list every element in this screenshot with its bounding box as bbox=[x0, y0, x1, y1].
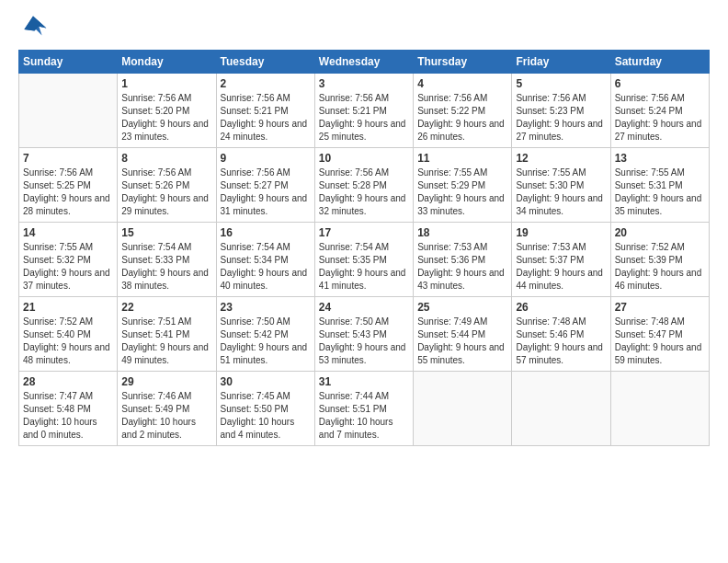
calendar-cell: 1 Sunrise: 7:56 AMSunset: 5:20 PMDayligh… bbox=[118, 74, 216, 148]
calendar-cell: 27 Sunrise: 7:48 AMSunset: 5:47 PMDaylig… bbox=[610, 297, 709, 372]
calendar-cell: 18 Sunrise: 7:53 AMSunset: 5:36 PMDaylig… bbox=[414, 223, 512, 297]
day-number: 14 bbox=[23, 226, 113, 239]
calendar-cell: 10 Sunrise: 7:56 AMSunset: 5:28 PMDaylig… bbox=[314, 148, 413, 223]
day-info: Sunrise: 7:44 AMSunset: 5:51 PMDaylight:… bbox=[319, 391, 393, 440]
day-info: Sunrise: 7:55 AMSunset: 5:30 PMDaylight:… bbox=[516, 167, 603, 216]
day-info: Sunrise: 7:52 AMSunset: 5:39 PMDaylight:… bbox=[615, 242, 702, 291]
calendar-cell: 30 Sunrise: 7:45 AMSunset: 5:50 PMDaylig… bbox=[216, 372, 314, 446]
calendar-cell: 7 Sunrise: 7:56 AMSunset: 5:25 PMDayligh… bbox=[19, 148, 118, 223]
calendar-cell: 22 Sunrise: 7:51 AMSunset: 5:41 PMDaylig… bbox=[118, 297, 216, 372]
day-number: 5 bbox=[516, 77, 606, 90]
day-info: Sunrise: 7:47 AMSunset: 5:48 PMDaylight:… bbox=[23, 391, 97, 440]
calendar-cell: 17 Sunrise: 7:54 AMSunset: 5:35 PMDaylig… bbox=[314, 223, 413, 297]
day-number: 11 bbox=[417, 152, 507, 165]
day-number: 23 bbox=[221, 301, 311, 314]
day-number: 1 bbox=[121, 77, 211, 90]
calendar-cell: 26 Sunrise: 7:48 AMSunset: 5:46 PMDaylig… bbox=[512, 297, 610, 372]
calendar-week-3: 14 Sunrise: 7:55 AMSunset: 5:32 PMDaylig… bbox=[19, 223, 710, 297]
page-container: SundayMondayTuesdayWednesdayThursdayFrid… bbox=[0, 0, 728, 455]
day-number: 19 bbox=[516, 226, 606, 239]
calendar-week-5: 28 Sunrise: 7:47 AMSunset: 5:48 PMDaylig… bbox=[19, 372, 710, 446]
calendar-cell: 28 Sunrise: 7:47 AMSunset: 5:48 PMDaylig… bbox=[19, 372, 118, 446]
day-number: 20 bbox=[615, 226, 705, 239]
column-header-friday: Friday bbox=[512, 51, 610, 74]
day-number: 2 bbox=[221, 77, 311, 90]
calendar-header-row: SundayMondayTuesdayWednesdayThursdayFrid… bbox=[19, 51, 710, 74]
day-number: 9 bbox=[221, 152, 311, 165]
day-info: Sunrise: 7:49 AMSunset: 5:44 PMDaylight:… bbox=[417, 316, 505, 365]
day-number: 16 bbox=[221, 226, 311, 239]
calendar-cell: 15 Sunrise: 7:54 AMSunset: 5:33 PMDaylig… bbox=[118, 223, 216, 297]
logo bbox=[18, 15, 51, 40]
day-number: 10 bbox=[319, 152, 409, 165]
day-info: Sunrise: 7:54 AMSunset: 5:33 PMDaylight:… bbox=[121, 242, 209, 291]
day-info: Sunrise: 7:48 AMSunset: 5:47 PMDaylight:… bbox=[615, 316, 702, 365]
calendar-cell: 8 Sunrise: 7:56 AMSunset: 5:26 PMDayligh… bbox=[118, 148, 216, 223]
calendar-cell: 14 Sunrise: 7:55 AMSunset: 5:32 PMDaylig… bbox=[19, 223, 118, 297]
calendar-cell: 11 Sunrise: 7:55 AMSunset: 5:29 PMDaylig… bbox=[414, 148, 512, 223]
column-header-monday: Monday bbox=[118, 51, 216, 74]
calendar-cell: 23 Sunrise: 7:50 AMSunset: 5:42 PMDaylig… bbox=[216, 297, 314, 372]
day-info: Sunrise: 7:56 AMSunset: 5:21 PMDaylight:… bbox=[319, 93, 406, 142]
svg-marker-1 bbox=[24, 17, 46, 31]
column-header-sunday: Sunday bbox=[19, 51, 118, 74]
calendar-cell bbox=[19, 74, 118, 148]
day-number: 26 bbox=[516, 301, 606, 314]
day-info: Sunrise: 7:56 AMSunset: 5:22 PMDaylight:… bbox=[417, 93, 505, 142]
calendar-cell: 3 Sunrise: 7:56 AMSunset: 5:21 PMDayligh… bbox=[314, 74, 413, 148]
day-number: 13 bbox=[615, 152, 705, 165]
column-header-tuesday: Tuesday bbox=[216, 51, 314, 74]
day-number: 25 bbox=[417, 301, 507, 314]
day-info: Sunrise: 7:50 AMSunset: 5:43 PMDaylight:… bbox=[319, 316, 406, 365]
day-info: Sunrise: 7:56 AMSunset: 5:23 PMDaylight:… bbox=[516, 93, 603, 142]
day-info: Sunrise: 7:55 AMSunset: 5:32 PMDaylight:… bbox=[23, 242, 110, 291]
day-info: Sunrise: 7:51 AMSunset: 5:41 PMDaylight:… bbox=[121, 316, 209, 365]
calendar-cell bbox=[610, 372, 709, 446]
day-number: 22 bbox=[121, 301, 211, 314]
calendar-cell: 19 Sunrise: 7:53 AMSunset: 5:37 PMDaylig… bbox=[512, 223, 610, 297]
day-info: Sunrise: 7:46 AMSunset: 5:49 PMDaylight:… bbox=[121, 391, 196, 440]
day-number: 28 bbox=[23, 375, 113, 388]
day-number: 8 bbox=[121, 152, 211, 165]
calendar-cell: 4 Sunrise: 7:56 AMSunset: 5:22 PMDayligh… bbox=[414, 74, 512, 148]
day-number: 29 bbox=[121, 375, 211, 388]
column-header-wednesday: Wednesday bbox=[314, 51, 413, 74]
day-info: Sunrise: 7:56 AMSunset: 5:20 PMDaylight:… bbox=[121, 93, 209, 142]
day-info: Sunrise: 7:50 AMSunset: 5:42 PMDaylight:… bbox=[221, 316, 308, 365]
day-info: Sunrise: 7:54 AMSunset: 5:35 PMDaylight:… bbox=[319, 242, 406, 291]
calendar-body: 1 Sunrise: 7:56 AMSunset: 5:20 PMDayligh… bbox=[19, 74, 710, 446]
day-number: 3 bbox=[319, 77, 409, 90]
calendar-cell: 29 Sunrise: 7:46 AMSunset: 5:49 PMDaylig… bbox=[118, 372, 216, 446]
column-header-thursday: Thursday bbox=[414, 51, 512, 74]
day-number: 4 bbox=[417, 77, 507, 90]
logo-bird-icon bbox=[18, 15, 48, 40]
column-header-saturday: Saturday bbox=[610, 51, 709, 74]
calendar-cell: 9 Sunrise: 7:56 AMSunset: 5:27 PMDayligh… bbox=[216, 148, 314, 223]
day-info: Sunrise: 7:56 AMSunset: 5:28 PMDaylight:… bbox=[319, 167, 406, 216]
calendar-week-2: 7 Sunrise: 7:56 AMSunset: 5:25 PMDayligh… bbox=[19, 148, 710, 223]
calendar-cell bbox=[512, 372, 610, 446]
calendar-cell: 2 Sunrise: 7:56 AMSunset: 5:21 PMDayligh… bbox=[216, 74, 314, 148]
day-info: Sunrise: 7:48 AMSunset: 5:46 PMDaylight:… bbox=[516, 316, 603, 365]
day-number: 15 bbox=[121, 226, 211, 239]
calendar-cell: 5 Sunrise: 7:56 AMSunset: 5:23 PMDayligh… bbox=[512, 74, 610, 148]
calendar-cell: 20 Sunrise: 7:52 AMSunset: 5:39 PMDaylig… bbox=[610, 223, 709, 297]
day-number: 24 bbox=[319, 301, 409, 314]
calendar-cell: 6 Sunrise: 7:56 AMSunset: 5:24 PMDayligh… bbox=[610, 74, 709, 148]
calendar-cell: 13 Sunrise: 7:55 AMSunset: 5:31 PMDaylig… bbox=[610, 148, 709, 223]
day-info: Sunrise: 7:55 AMSunset: 5:31 PMDaylight:… bbox=[615, 167, 702, 216]
calendar-cell: 16 Sunrise: 7:54 AMSunset: 5:34 PMDaylig… bbox=[216, 223, 314, 297]
day-info: Sunrise: 7:56 AMSunset: 5:25 PMDaylight:… bbox=[23, 167, 110, 216]
calendar-cell: 12 Sunrise: 7:55 AMSunset: 5:30 PMDaylig… bbox=[512, 148, 610, 223]
calendar-cell: 24 Sunrise: 7:50 AMSunset: 5:43 PMDaylig… bbox=[314, 297, 413, 372]
day-info: Sunrise: 7:53 AMSunset: 5:37 PMDaylight:… bbox=[516, 242, 603, 291]
day-number: 21 bbox=[23, 301, 113, 314]
day-info: Sunrise: 7:56 AMSunset: 5:26 PMDaylight:… bbox=[121, 167, 209, 216]
day-info: Sunrise: 7:56 AMSunset: 5:27 PMDaylight:… bbox=[221, 167, 308, 216]
day-number: 7 bbox=[23, 152, 113, 165]
day-info: Sunrise: 7:56 AMSunset: 5:24 PMDaylight:… bbox=[615, 93, 702, 142]
day-info: Sunrise: 7:54 AMSunset: 5:34 PMDaylight:… bbox=[221, 242, 308, 291]
calendar-cell bbox=[414, 372, 512, 446]
calendar-week-1: 1 Sunrise: 7:56 AMSunset: 5:20 PMDayligh… bbox=[19, 74, 710, 148]
day-number: 27 bbox=[615, 301, 705, 314]
